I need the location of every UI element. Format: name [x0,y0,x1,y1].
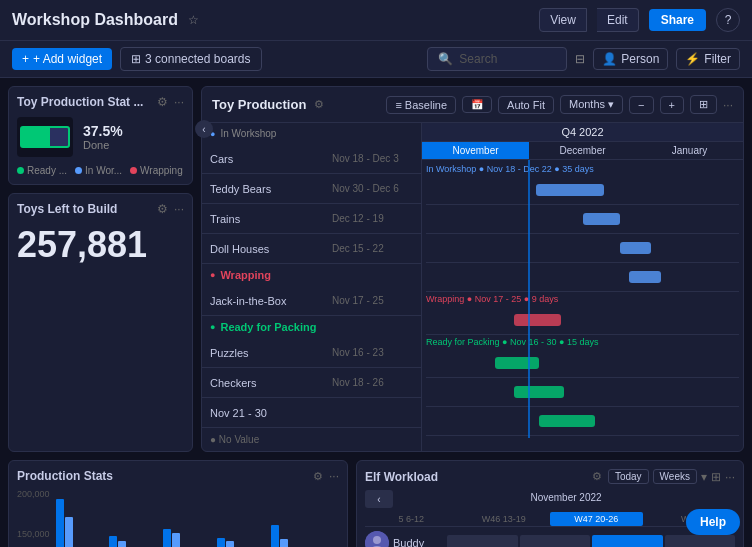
in-workshop-label: In Wor... [85,165,122,176]
elf-scroll-left[interactable]: ‹ [365,490,393,508]
in-workshop-group-label: In Workshop [220,128,276,139]
gantt-timeline: Q4 2022 November December January In Wor… [422,123,743,451]
plus-icon: + [22,52,29,66]
calendar-icon-btn[interactable]: 📅 [462,96,492,113]
task-name-puzzles: Puzzles [202,347,332,359]
toy-stat-menu-icon[interactable]: ··· [174,95,184,109]
quarter-header: Q4 2022 [422,123,743,142]
dollhouses-gantt-bar [629,271,660,283]
task-date-teddybears: Nov 30 - Dec 6 [332,183,403,194]
wrapping-group-label: Wrapping [220,269,271,281]
baseline-button[interactable]: ≡ Baseline [386,96,456,114]
help-button[interactable]: Help [686,509,740,535]
search-box[interactable]: 🔍 Search [427,47,567,71]
svg-point-1 [373,536,381,544]
y-axis-labels: 200,000 150,000 [17,489,50,547]
y-label-200k: 200,000 [17,489,50,499]
prod-stats-menu-icon[interactable]: ··· [329,469,339,483]
dashboard-title: Workshop Dashboard [12,11,178,29]
prod-stats-filter-icon[interactable]: ⚙ [313,470,323,483]
connected-boards-button[interactable]: ⊞ 3 connected boards [120,47,261,71]
buddy-name: Buddy [393,537,443,547]
elf-export-icon[interactable]: ⊞ [711,470,721,484]
bar-group-4 [217,538,234,547]
filter-icon: ⚡ [685,52,700,66]
ready-packing-label: Ready for Packing [220,321,316,333]
gantt-task-list: ‹ ● In Workshop Cars Nov 18 - Dec 3 Tedd… [202,123,422,451]
task-name-cars: Cars [202,153,332,165]
today-button[interactable]: Today [608,469,649,484]
elf-controls: Today Weeks ▾ ⊞ ··· [608,469,735,484]
toys-left-title: Toys Left to Build [17,202,151,216]
bar-2a [109,536,117,547]
bar-3b [172,533,180,547]
stat-done-label: Done [83,139,123,151]
toys-left-menu-icon[interactable]: ··· [174,202,184,216]
connected-boards-label: 3 connected boards [145,52,250,66]
search-icon: 🔍 [438,52,453,66]
elf-workload-widget: Elf Workload ⚙ Today Weeks ▾ ⊞ ··· ‹ Nov… [356,460,744,547]
zoom-out-button[interactable]: − [629,96,653,114]
production-stats-widget: Production Stats ⚙ ··· 200,000 150,000 [8,460,348,547]
task-name-nov21: Nov 21 - 30 [202,407,332,419]
wrapping-banner: Wrapping ● Nov 17 - 25 ● 9 days [426,292,739,306]
nov21-bar-row [426,407,739,436]
person-filter-button[interactable]: 👤 Person [593,48,668,70]
task-name-jackbox: Jack-in-the-Box [202,295,332,307]
elf-filter-icon[interactable]: ⚙ [592,470,602,483]
workshop-banner: In Workshop ● Nov 18 - Dec 22 ● 35 days [426,162,739,176]
wrapping-group-dot: ● [210,270,215,280]
task-name-trains: Trains [202,213,332,225]
month-january: January [636,142,743,159]
filter-button[interactable]: ⚡ Filter [676,48,740,70]
chevron-down-icon: ▾ [608,98,614,110]
bar-3a [163,529,171,547]
auto-fit-button[interactable]: Auto Fit [498,96,554,114]
task-date-dollhouses: Dec 15 - 22 [332,243,388,254]
buddy-cell-3 [592,535,663,547]
filter-label: Filter [704,52,731,66]
table-icon: ⊟ [575,52,585,66]
header: Workshop Dashboard ☆ View Edit Share ? [0,0,752,41]
stat-legend: Ready ... In Wor... Wrapping [17,165,184,176]
ready-dot [17,167,24,174]
cars-bar-row [426,176,739,205]
share-button[interactable]: Share [649,9,706,31]
star-icon[interactable]: ☆ [188,13,199,27]
expand-button[interactable]: ⊞ [690,95,717,114]
gantt-menu-icon[interactable]: ··· [723,98,733,112]
stat-percent: 37.5% [83,123,123,139]
bottom-section: Production Stats ⚙ ··· 200,000 150,000 [0,460,752,547]
view-button[interactable]: View [539,8,587,32]
buddy-cell-4 [665,535,736,547]
elf-workload-title: Elf Workload [365,470,586,484]
toys-left-filter-icon[interactable]: ⚙ [157,202,168,216]
months-dropdown[interactable]: Months ▾ [560,95,623,114]
help-icon-button[interactable]: ? [716,8,740,32]
dollhouses-bar-row [426,263,739,292]
elf-menu-icon[interactable]: ··· [725,470,735,484]
elf-week-5-6-12: 5 6-12 [365,512,458,526]
bar-group-2 [109,536,126,547]
toys-left-widget: Toys Left to Build ⚙ ··· 257,881 [8,193,193,452]
zoom-in-button[interactable]: + [660,96,684,114]
filter-widget-icon[interactable]: ⚙ [157,95,168,109]
task-row-puzzles: Puzzles Nov 16 - 23 [202,338,421,368]
bar-2b [118,541,126,547]
bar-group-5 [271,525,288,547]
edit-button[interactable]: Edit [597,8,639,32]
teddybears-bar-row [426,205,739,234]
gantt-filter-icon[interactable]: ⚙ [314,98,324,111]
chevron-down-icon[interactable]: ▾ [701,470,707,484]
task-row-checkers: Checkers Nov 18 - 26 [202,368,421,398]
task-row-cars: Cars Nov 18 - Dec 3 [202,144,421,174]
add-widget-button[interactable]: + + Add widget [12,48,112,70]
elf-month-header: November 2022 [397,490,735,508]
weeks-button[interactable]: Weeks [653,469,697,484]
prod-stats-chart: 200,000 150,000 179,650 [17,489,339,547]
add-widget-label: + Add widget [33,52,102,66]
month-december: December [529,142,636,159]
buddy-avatar [365,531,389,547]
elf-row-buddy: Buddy [365,531,735,547]
toys-left-value: 257,881 [17,224,184,266]
